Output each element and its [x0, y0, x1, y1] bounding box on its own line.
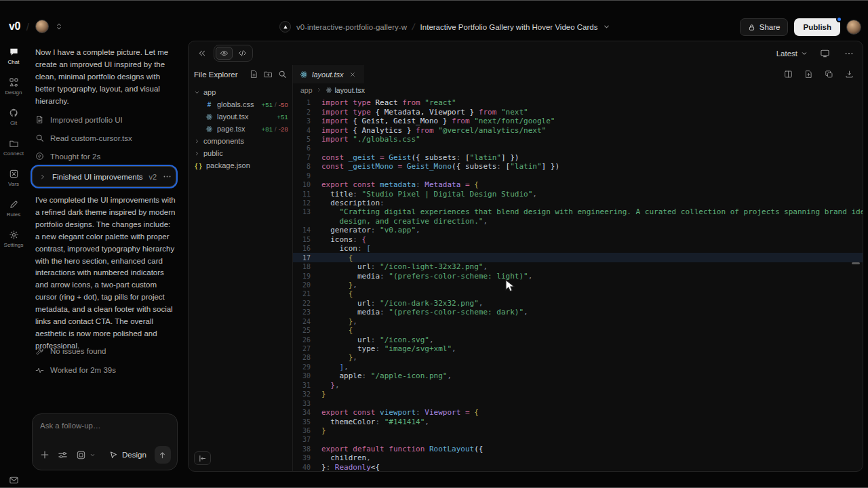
scrollbar-thumb[interactable] — [852, 262, 860, 264]
code-line: 13 "Crafting digital experiences that bl… — [293, 207, 863, 216]
close-tab-icon[interactable] — [349, 71, 356, 78]
doc-icon — [35, 115, 44, 124]
code-line: 28 }, — [293, 353, 863, 362]
code-line: 10 export const metadata: Metadata = { — [293, 180, 863, 189]
version-card-menu[interactable] — [163, 172, 172, 181]
code-line: 35 themeColor: "#141414", — [293, 417, 863, 426]
tree-folder-app[interactable]: app — [189, 86, 292, 98]
left-rail: Chat Design Git Connect Vars Rules Setti… — [0, 41, 27, 461]
split-editor-button[interactable] — [782, 68, 795, 81]
chevron-right-icon — [194, 150, 200, 157]
send-button[interactable] — [155, 446, 171, 464]
rail-item-connect[interactable]: Connect — [0, 132, 27, 163]
collapse-chat-button[interactable] — [195, 47, 208, 60]
rail-item-chat[interactable]: Chat — [0, 41, 27, 71]
code-line: 27 type: "image/svg+xml", — [293, 344, 863, 353]
code-line: 34 export const viewport: Viewport = { — [293, 408, 863, 417]
diff-stats: +81 / -28 — [261, 125, 288, 133]
code-line: 18 url: "/icon-light-32x32.png", — [293, 262, 863, 271]
rail-item-git[interactable]: Git — [0, 102, 27, 132]
new-folder-button[interactable] — [264, 70, 273, 79]
new-file-button[interactable] — [250, 70, 258, 79]
chevron-down-icon[interactable] — [603, 23, 610, 30]
editor-breadcrumb: app layout.tsx — [293, 83, 863, 96]
tab-layout-tsx[interactable]: layout.tsx — [293, 65, 363, 83]
code-line: 29 ], — [293, 363, 863, 371]
top-bar: v0 / v0-interactive-portfolio-gallery-w … — [0, 0, 868, 41]
project-name[interactable]: v0-interactive-portfolio-gallery-w — [296, 23, 407, 31]
chat-panel: Now I have a complete picture. Let me cr… — [27, 41, 184, 488]
open-browser-icon[interactable] — [818, 46, 832, 60]
tree-file-page.tsx[interactable]: page.tsx+81 / -28 — [189, 123, 292, 135]
search-icon — [35, 134, 44, 142]
code-line: 32 } — [293, 390, 863, 399]
breadcrumb-divider: / — [26, 21, 29, 33]
task-row[interactable]: Thought for 2s — [35, 147, 175, 165]
chat-title[interactable]: Interactive Portfolio Gallery with Hover… — [420, 23, 598, 31]
version-selector[interactable]: Latest — [776, 49, 808, 58]
code-line: 15 icons: { — [293, 235, 863, 244]
code-line: 3 import { Geist, Geist_Mono } from "nex… — [293, 117, 863, 125]
export-file-button[interactable] — [802, 68, 815, 81]
rail-items: Chat Design Git Connect Vars Rules Setti… — [0, 41, 27, 254]
model-picker-button[interactable] — [76, 450, 86, 460]
code-line: 11 title: "Studio Pixel | Digital Design… — [293, 189, 863, 198]
followup-input[interactable]: Ask a follow-up… — [40, 422, 170, 430]
workspace-avatar[interactable] — [35, 20, 49, 33]
chevron-right-icon — [194, 138, 200, 144]
assistant-message: Now I have a complete picture. Let me cr… — [35, 46, 172, 107]
code-line: 24 }, — [293, 317, 863, 326]
tree-file-package.json[interactable]: { }package.json — [189, 159, 292, 171]
code-line: 17 { — [293, 253, 863, 262]
code-line: 14 generator: "v0.app", — [293, 226, 863, 235]
code-line: 16 icon: [ — [293, 244, 863, 253]
copy-code-button[interactable] — [823, 68, 835, 81]
settings-icon — [9, 230, 19, 240]
search-files-button[interactable] — [278, 70, 287, 79]
code-line: 31 }, — [293, 381, 863, 390]
react-icon — [300, 70, 308, 79]
download-button[interactable] — [843, 68, 856, 81]
attach-button[interactable] — [40, 450, 50, 460]
rail-item-settings[interactable]: Settings — [0, 224, 27, 254]
rail-item-rules[interactable]: Rules — [0, 193, 27, 224]
version-card-title: Finished UI improvements — [52, 173, 143, 181]
code-area[interactable]: 1 import type React from "react" 2 impor… — [293, 96, 863, 471]
tree-file-globals.css[interactable]: #globals.css+51 / -50 — [189, 98, 292, 110]
code-line: 38 export default function RootLayout({ — [293, 445, 863, 453]
publish-button[interactable]: Publish — [794, 18, 840, 36]
tree-file-layout.tsx[interactable]: layout.tsx+51 — [189, 110, 292, 123]
code-line: 12 description: — [293, 199, 863, 207]
code-line: 21 { — [293, 289, 863, 298]
lock-icon — [748, 24, 755, 31]
task-row[interactable]: Improved portfolio UI — [35, 110, 175, 129]
code-line: 9 — [293, 171, 863, 180]
rail-item-vars[interactable]: Vars — [0, 163, 27, 193]
collapse-explorer-button[interactable] — [194, 451, 211, 465]
version-card[interactable]: Finished UI improvements v2 — [32, 166, 176, 187]
chevron-down-icon[interactable] — [90, 452, 96, 458]
mail-icon[interactable] — [0, 475, 27, 485]
user-avatar[interactable] — [846, 20, 861, 35]
activity-icon — [35, 366, 44, 375]
rail-item-design[interactable]: Design — [0, 71, 27, 102]
task-row[interactable]: Read custom-cursor.tsx — [35, 129, 175, 147]
preview-toggle[interactable] — [216, 47, 233, 60]
breadcrumb-folder[interactable]: app — [300, 86, 313, 94]
code-line: 19 media: "(prefers-color-scheme: light)… — [293, 271, 863, 280]
tree-folder-components[interactable]: components — [189, 135, 292, 147]
code-line: 5 import "./globals.css" — [293, 135, 863, 144]
status-row: No issues found — [35, 342, 175, 361]
code-toggle[interactable] — [234, 47, 251, 60]
panel-more-button[interactable] — [842, 47, 856, 60]
share-button[interactable]: Share — [740, 18, 789, 36]
chevron-right-icon — [39, 174, 46, 180]
code-line: 37 — [293, 435, 863, 444]
tree-folder-public[interactable]: public — [189, 147, 292, 159]
workspace-switcher-icon[interactable] — [55, 22, 63, 30]
settings-sliders-button[interactable] — [58, 450, 68, 460]
tab-bar: layout.tsx — [293, 65, 863, 83]
design-mode-button[interactable]: Design — [109, 451, 146, 460]
window-frame-top — [0, 0, 868, 1]
pointer-icon — [109, 451, 118, 460]
